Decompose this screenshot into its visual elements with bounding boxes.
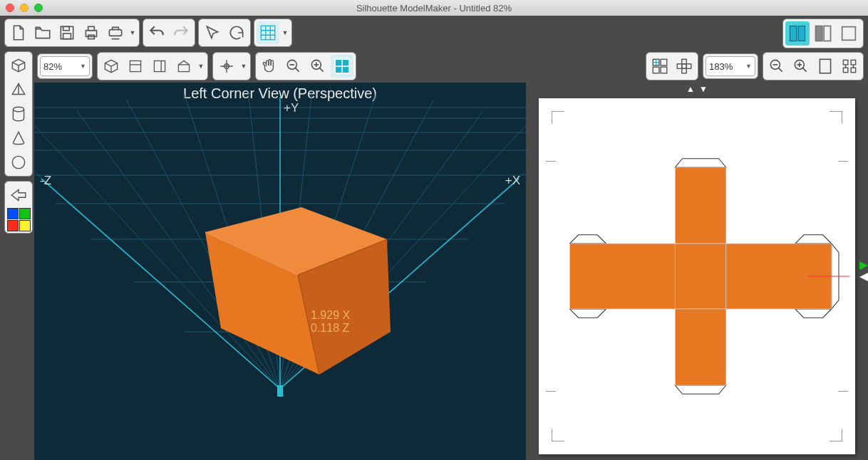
viewmode-3d-button[interactable] — [785, 21, 810, 46]
zoom3d-value: 82% — [43, 61, 62, 72]
cone-shape-button[interactable] — [7, 127, 30, 150]
model-cube — [205, 207, 391, 375]
front-view-button[interactable] — [124, 55, 147, 78]
redo-button[interactable] — [170, 21, 192, 44]
minimize-window-button[interactable] — [20, 4, 29, 12]
svg-rect-28 — [682, 68, 687, 73]
view-angle-group: ▼ — [97, 52, 208, 80]
rotate-tool-button[interactable] — [225, 21, 248, 44]
viewmode-split-button[interactable] — [811, 21, 835, 46]
zoom-out-2d-button[interactable] — [765, 55, 788, 78]
color-palette-button[interactable] — [7, 208, 30, 231]
svg-marker-71 — [675, 159, 725, 167]
zoom-window-button[interactable] — [34, 4, 43, 12]
svg-rect-81 — [569, 244, 675, 309]
fit-page-button[interactable] — [814, 55, 837, 78]
svg-rect-10 — [816, 26, 822, 41]
wedge-green-icon[interactable] — [858, 261, 868, 271]
page-down-icon[interactable]: ▼ — [699, 84, 708, 94]
axis-label-px: +X — [505, 174, 520, 188]
cylinder-shape-button[interactable] — [7, 103, 30, 125]
coord-readout: 1.929 X 0.118 Z — [311, 309, 350, 334]
svg-rect-15 — [178, 65, 189, 72]
svg-rect-27 — [686, 64, 691, 69]
open-file-button[interactable] — [31, 21, 54, 44]
view-toolbar: 82% ▼ ▼ ▼ — [0, 50, 868, 83]
close-window-button[interactable] — [6, 4, 14, 12]
titlebar: Silhouette ModelMaker - Untitled 82% — [0, 0, 868, 16]
svg-marker-72 — [675, 385, 725, 394]
svg-point-37 — [12, 156, 24, 168]
top-view-button[interactable] — [172, 55, 195, 78]
shape-toolbar — [4, 51, 33, 234]
workspace: Left Corner View (Perspective) — [34, 83, 868, 460]
svg-rect-25 — [677, 64, 682, 69]
viewport-3d[interactable]: Left Corner View (Perspective) — [34, 83, 526, 460]
svg-rect-8 — [790, 26, 797, 41]
viewport-2d[interactable]: ▲ ▼ — [526, 83, 868, 460]
viewmode-2d-button[interactable] — [837, 21, 861, 46]
save-file-button[interactable] — [56, 21, 78, 44]
svg-rect-2 — [63, 33, 71, 39]
svg-rect-80 — [675, 167, 725, 244]
side-view-button[interactable] — [148, 55, 171, 78]
axis-lock-button[interactable] — [215, 55, 238, 78]
grid-dropdown[interactable]: ▼ — [281, 21, 289, 44]
zoom-out-3d-button[interactable] — [282, 55, 305, 78]
zoom-in-3d-button[interactable] — [306, 55, 329, 78]
svg-rect-1 — [63, 26, 70, 30]
svg-rect-34 — [843, 68, 848, 73]
layout-split-group — [646, 52, 698, 80]
svg-marker-76 — [569, 309, 606, 318]
unfold-page — [539, 98, 855, 454]
main-toolbar: ▼ ▼ — [0, 16, 868, 50]
zoom3d-select[interactable]: 82% ▼ — [40, 56, 90, 76]
undo-button[interactable] — [145, 21, 168, 44]
layout-quad-button[interactable] — [649, 55, 671, 78]
zoom2d-select[interactable]: 183% ▼ — [706, 56, 755, 76]
nav-2d-group — [763, 52, 864, 80]
arrange-button[interactable] — [838, 55, 861, 78]
svg-rect-9 — [798, 26, 805, 41]
viewmode-group — [782, 19, 864, 48]
layout-cross-button[interactable] — [673, 55, 696, 78]
svg-marker-78 — [795, 309, 832, 318]
perspective-view-button[interactable] — [100, 55, 123, 78]
svg-rect-7 — [261, 26, 275, 40]
svg-marker-70 — [859, 273, 868, 281]
send-to-cutter-button[interactable] — [104, 21, 127, 44]
print-button[interactable] — [80, 21, 103, 44]
window-title: Silhouette ModelMaker - Untitled 82% — [356, 3, 512, 14]
sphere-shape-button[interactable] — [7, 151, 30, 174]
grid-group: ▼ — [254, 19, 292, 47]
pan-tool-button[interactable] — [258, 55, 281, 78]
undo-group — [143, 19, 195, 47]
fit-view-button[interactable] — [331, 55, 353, 78]
unfold-button[interactable] — [7, 184, 30, 207]
svg-rect-32 — [843, 60, 848, 65]
axis-label-py: +Y — [284, 101, 299, 115]
svg-rect-22 — [653, 67, 659, 73]
page-up-icon[interactable]: ▲ — [686, 84, 695, 94]
svg-marker-69 — [859, 261, 868, 270]
svg-rect-24 — [682, 59, 687, 64]
svg-rect-35 — [851, 68, 856, 73]
grid-toggle-button[interactable] — [257, 21, 279, 44]
chevron-down-icon: ▼ — [80, 63, 86, 70]
axis-dropdown[interactable]: ▼ — [239, 55, 248, 78]
svg-rect-4 — [88, 26, 95, 30]
zoom2d-value: 183% — [709, 61, 733, 72]
file-dropdown[interactable]: ▼ — [128, 21, 137, 44]
select-group — [198, 19, 251, 47]
svg-rect-26 — [682, 64, 687, 69]
axis-label-nz: -Z — [40, 174, 51, 188]
zoom-in-2d-button[interactable] — [790, 55, 812, 78]
unfold-net — [539, 98, 855, 454]
wedge-white-icon[interactable] — [858, 272, 868, 282]
view-dropdown[interactable]: ▼ — [197, 55, 205, 78]
pyramid-shape-button[interactable] — [7, 78, 30, 101]
cube-shape-button[interactable] — [7, 54, 30, 77]
new-file-button[interactable] — [7, 21, 30, 44]
svg-rect-84 — [675, 309, 725, 385]
select-tool-button[interactable] — [201, 21, 224, 44]
